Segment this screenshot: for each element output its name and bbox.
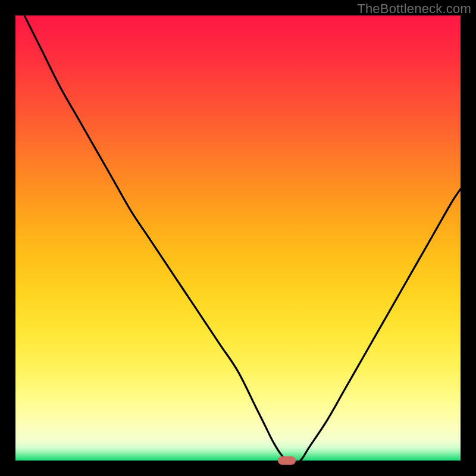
optimal-marker [278, 456, 296, 465]
plot-area [15, 15, 461, 461]
chart-frame: TheBottleneck.com [0, 0, 476, 476]
bottleneck-curve [15, 15, 461, 461]
watermark-text: TheBottleneck.com [357, 1, 471, 17]
